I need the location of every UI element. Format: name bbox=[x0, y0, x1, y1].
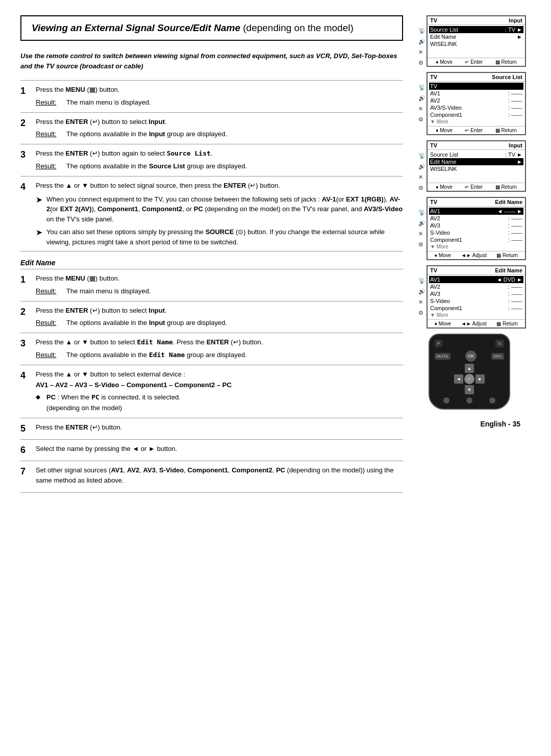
step-3-instruction: Press the ENTER (↵) button again to sele… bbox=[36, 148, 403, 159]
result-text-1: The main menu is displayed. bbox=[66, 97, 151, 108]
tv-1-row-wiselink: WISELINK bbox=[430, 40, 522, 47]
tv-2-icon-speaker: 🔊 bbox=[418, 95, 425, 102]
tv-4-row-component1: Component1 : ------ bbox=[430, 236, 522, 243]
s2-step-6: 6 Select the name by pressing the ◄ or ►… bbox=[20, 439, 403, 461]
step-1-instruction: Press the MENU (▦) button. bbox=[36, 85, 403, 95]
tv-1-side-icons: 📡 🔊 ✕ ⚙ bbox=[418, 15, 427, 67]
tv-3-header: TV Input bbox=[428, 141, 525, 150]
step-4: 4 Press the ▲ or ▼ button to select sign… bbox=[20, 176, 403, 251]
tv-3-footer: ♦ Move ↵ Enter ▦ Return bbox=[428, 183, 525, 191]
tv-screen-5: 📡 🔊 ✕ ⚙ TV Edit Name AV1 ◄ DVD ► AV2 bbox=[418, 265, 531, 329]
s2-step-7: 7 Set other signal sources (AV1, AV2, AV… bbox=[20, 461, 403, 493]
tv-icon-settings: ⚙ bbox=[418, 60, 425, 66]
step-number-2: 2 bbox=[20, 117, 31, 140]
result-label-1: Result: bbox=[36, 97, 61, 108]
tv-5-icon-settings: ⚙ bbox=[418, 310, 425, 316]
step-2: 2 Press the ENTER (↵) button to select I… bbox=[20, 112, 403, 144]
tv-2-footer: ♦ Move ↵ Enter ▦ Return bbox=[428, 126, 525, 134]
tv-2-more: ▼ More bbox=[430, 118, 522, 125]
tv-1-row-edit-name: Edit Name ► bbox=[430, 33, 522, 40]
tv-4-header: TV Edit Name bbox=[428, 198, 525, 207]
tv-5-row-component1: Component1 : ------ bbox=[430, 305, 522, 312]
tv-5-row-av2: AV2 : ------ bbox=[430, 283, 522, 290]
tv-frame-3: TV Input Source List : TV ► Edit Name ► … bbox=[427, 140, 526, 192]
s2-step-1: 1 Press the MENU (▦) button. Result: The… bbox=[20, 269, 403, 301]
tv-5-side-icons: 📡 🔊 ✕ ⚙ bbox=[418, 265, 427, 329]
step-4-note-2: ➤ You can also set these options simply … bbox=[36, 227, 403, 247]
tv-5-icon-speaker: 🔊 bbox=[418, 288, 425, 295]
edit-name-header: Edit Name bbox=[20, 259, 403, 267]
remote-btn-3 bbox=[489, 397, 495, 404]
tv-screen-1: 📡 🔊 ✕ ⚙ TV Input Source List : TV ► Edit… bbox=[418, 15, 531, 67]
tv-4-icon-speaker: 🔊 bbox=[418, 220, 425, 226]
step-number-1: 1 bbox=[20, 85, 31, 108]
tv-5-row-av3: AV3 : ------ bbox=[430, 290, 522, 297]
s2-step-number-1: 1 bbox=[20, 273, 31, 297]
tv-3-row-wiselink: WISELINK bbox=[430, 165, 522, 172]
tv-screen-4: 📡 🔊 ✕ ⚙ TV Edit Name AV1 ◄ ------ ► AV2 bbox=[418, 197, 531, 260]
remote-p-button: P bbox=[435, 340, 442, 347]
tv-icon-x: ✕ bbox=[418, 49, 425, 56]
tv-5-row-svideo: S-Video : ------ bbox=[430, 297, 522, 305]
tv-icon-speaker: 🔊 bbox=[418, 38, 425, 45]
step-1-content: Press the MENU (▦) button. Result: The m… bbox=[36, 85, 403, 108]
tv-2-content: TV AV1 : ------ AV2 : ------ AV3/S-Video… bbox=[428, 82, 525, 126]
remote-right-button: ► bbox=[475, 374, 485, 384]
tv-3-icon-settings: ⚙ bbox=[418, 185, 425, 191]
remote-source-button: SRC bbox=[491, 353, 504, 360]
remote-enter-button: ↵ bbox=[464, 374, 474, 384]
s2-step-4: 4 Press the ▲ or ▼ button to select exte… bbox=[20, 365, 403, 418]
step-2-content: Press the ENTER (↵) button to select Inp… bbox=[36, 117, 403, 140]
tv-frame-2: TV Source List TV AV1 : ------ AV2 : ---… bbox=[427, 72, 526, 135]
tv-3-icon-signal: 📡 bbox=[418, 153, 425, 159]
intro-paragraph: Use the remote control to switch between… bbox=[20, 51, 403, 71]
remote-mute-button: MUTE bbox=[435, 353, 450, 360]
tv-frame-4: TV Edit Name AV1 ◄ ------ ► AV2 : ------… bbox=[427, 197, 526, 260]
s2-step-3: 3 Press the ▲ or ▼ button to select Edit… bbox=[20, 333, 403, 365]
steps-section-2: 1 Press the MENU (▦) button. Result: The… bbox=[20, 269, 403, 493]
s2-step-5: 5 Press the ENTER (↵) button. bbox=[20, 418, 403, 439]
page-title-box: Viewing an External Signal Source/Edit N… bbox=[20, 15, 403, 41]
tv-3-icon-x: ✕ bbox=[418, 174, 425, 181]
tv-4-content: AV1 ◄ ------ ► AV2 : ------ AV3 : ------… bbox=[428, 207, 525, 251]
tv-screen-3: 📡 🔊 ✕ ⚙ TV Input Source List : TV ► Edit… bbox=[418, 140, 531, 192]
remote-down-button: ▼ bbox=[465, 385, 474, 394]
tv-5-row-av1-dvd: AV1 ◄ DVD ► bbox=[429, 276, 523, 283]
english-page-label: English - 35 bbox=[418, 420, 531, 428]
tv-1-footer: ♦ Move ↵ Enter ▦ Return bbox=[428, 58, 525, 66]
tv-4-row-av3: AV3 : ------ bbox=[430, 222, 522, 229]
step-number-4: 4 bbox=[20, 181, 31, 247]
tv-2-icon-signal: 📡 bbox=[418, 84, 425, 91]
step-4-note-1: ➤ When you connect equipment to the TV, … bbox=[36, 194, 403, 224]
tv-5-icon-signal: 📡 bbox=[418, 278, 425, 284]
tv-5-footer: ♦ Move ◄► Adjust ▦ Return bbox=[428, 319, 525, 327]
step-3: 3 Press the ENTER (↵) button again to se… bbox=[20, 144, 403, 176]
tv-2-header: TV Source List bbox=[428, 73, 525, 82]
tv-3-icon-speaker: 🔊 bbox=[418, 163, 425, 170]
tv-4-icon-signal: 📡 bbox=[418, 209, 425, 216]
step-4-instruction: Press the ▲ or ▼ button to select signal… bbox=[36, 181, 403, 191]
tv-5-header: TV Edit Name bbox=[428, 266, 525, 275]
remote-btn-2 bbox=[466, 397, 472, 404]
right-column: 📡 🔊 ✕ ⚙ TV Input Source List : TV ► Edit… bbox=[418, 15, 531, 493]
tv-4-icon-x: ✕ bbox=[418, 231, 425, 237]
step-3-content: Press the ENTER (↵) button again to sele… bbox=[36, 148, 403, 172]
tv-4-row-svideo: S-Video : ------ bbox=[430, 229, 522, 236]
tv-2-icon-x: ✕ bbox=[418, 106, 425, 112]
tv-4-row-av2: AV2 : ------ bbox=[430, 215, 522, 222]
tv-2-side-icons: 📡 🔊 ✕ ⚙ bbox=[418, 72, 427, 135]
tv-4-side-icons: 📡 🔊 ✕ ⚙ bbox=[418, 197, 427, 260]
tv-2-row-component1: Component1 : ------ bbox=[430, 111, 522, 118]
tv-2-row-tv: TV bbox=[429, 83, 523, 90]
tv-frame-1: TV Input Source List : TV ► Edit Name ► … bbox=[427, 15, 526, 67]
remote-source-icon: ⊙ bbox=[495, 340, 504, 347]
tv-3-row-edit-name: Edit Name ► bbox=[429, 158, 523, 165]
tv-4-more: ▼ More bbox=[430, 243, 522, 250]
tv-5-icon-x: ✕ bbox=[418, 299, 425, 306]
tv-2-row-av3svideo: AV3/S-Video : ------ bbox=[430, 104, 522, 111]
s2-step-2: 2 Press the ENTER (↵) button to select I… bbox=[20, 301, 403, 333]
page-title: Viewing an External Signal Source/Edit N… bbox=[32, 22, 392, 34]
tv-4-footer: ♦ Move ◄► Adjust ▦ Return bbox=[428, 251, 525, 259]
tv-1-content: Source List : TV ► Edit Name ► WISELINK bbox=[428, 25, 525, 58]
tv-5-more: ▼ More bbox=[430, 312, 522, 318]
